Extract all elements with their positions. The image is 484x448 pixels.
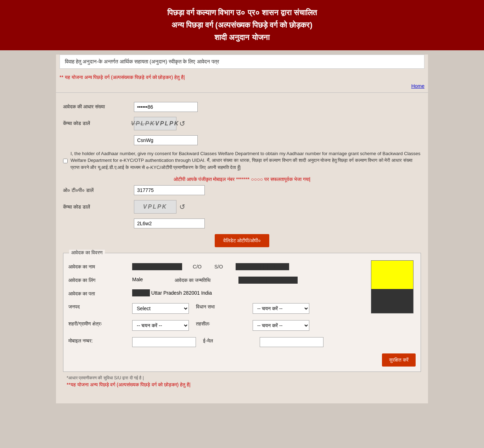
district-label: जनपद <box>68 303 132 310</box>
aadhar-input[interactable] <box>134 102 198 112</box>
so-label: S/O <box>214 264 223 270</box>
name-label: आवेदक का नाम <box>68 263 132 270</box>
otp-success-suffix: पर सफलतापूर्वक भेजा गया| <box>264 176 310 182</box>
captcha2-input-row <box>63 219 421 228</box>
address-value: █ Uttar Pradesh 282001 India <box>132 290 212 296</box>
otp-number-masked: ○○○○ <box>251 176 263 182</box>
tehsil-select[interactable]: -- चयन करें -- <box>253 320 309 331</box>
co-label: C/O <box>193 264 202 270</box>
address-partial: Uttar Pradesh 282001 India <box>151 290 212 296</box>
header-line3: शादी अनुदान योजना <box>7 31 477 44</box>
mobile-input[interactable] <box>132 337 196 347</box>
captcha1-container: VPLPK VPLPK ↺ <box>134 117 185 130</box>
name-row: आवेदक का नाम ██ n█████ C/O S/O ████████t… <box>68 263 416 270</box>
verify-otp-button[interactable]: वेलिडेट ओटीपी/ओपी० <box>215 234 270 247</box>
applicant-details-box: आवेदक का विवरण आवेदक का नाम ██ n█████ C/… <box>63 253 421 372</box>
save-button[interactable]: सुरक्षित करें <box>382 353 416 367</box>
mobile-email-row: मोबाइल नम्बर: ई-मेल <box>68 337 416 347</box>
mobile-label: मोबाइल नम्बर: <box>68 337 132 344</box>
footer-scheme-notice: **यह योजना अन्य पिछड़े वर्ग (अल्पसंख्यक … <box>67 382 417 388</box>
captcha2-label: केंप्चा कोड डालें <box>63 204 134 210</box>
dob-value-redacted: ████████2 <box>238 277 298 284</box>
otp-label: ओ० टी०पी० डालें <box>63 187 134 193</box>
gender-label: आवेदक का लिंग <box>68 277 132 283</box>
aadhar-label: आवेदक की आधार संख्या <box>63 104 134 110</box>
captcha1-refresh-icon[interactable]: ↺ <box>179 119 185 128</box>
photo-yellow-top <box>371 261 413 289</box>
consent-text: I, the holder of Aadhaar number, give my… <box>71 150 421 171</box>
captcha1-input[interactable] <box>134 135 198 145</box>
captcha1-label: केंप्चा कोड डालें <box>63 120 134 126</box>
otp-row: ओ० टी०पी० डालें <box>63 185 421 195</box>
captcha1-text: VPLPK <box>131 120 155 127</box>
vidhan-sabha-label: विधान सभा <box>189 303 253 310</box>
tehsil-label: तहसीलः <box>189 320 253 327</box>
captcha2-refresh-icon[interactable]: ↺ <box>179 203 185 211</box>
save-btn-row: सुरक्षित करें <box>68 353 416 367</box>
form-area: आवेदक की आधार संख्या केंप्चा कोड डालें V… <box>56 98 428 393</box>
captcha2-input[interactable] <box>134 219 205 228</box>
otp-input[interactable] <box>134 185 205 195</box>
urban-rural-select[interactable]: -- चयन करें -- <box>132 320 189 331</box>
dob-label: आवेदक का जन्मतिथि <box>175 277 238 283</box>
address-row: आवेदक का पता █ Uttar Pradesh 282001 Indi… <box>68 290 416 297</box>
consent-row: I, the holder of Aadhaar number, give my… <box>63 150 421 171</box>
captcha1-input-row <box>63 135 421 145</box>
captcha2-row: केंप्चा कोड डालें VPLPK ↺ <box>63 200 421 214</box>
applicant-photo <box>371 260 413 313</box>
so-value-redacted: ████████th <box>236 263 289 270</box>
home-link[interactable]: Home <box>411 83 424 89</box>
district-select[interactable]: Select <box>132 303 189 314</box>
otp-success-text: ओटीपी आपके पंजीकृत मोबाइल नंबर ******* <box>174 176 250 182</box>
urban-tehsil-row: शहरी/ग्रामीण क्षेत्रः -- चयन करें -- तहस… <box>68 320 416 331</box>
urban-rural-label: शहरी/ग्रामीण क्षेत्रः <box>68 320 132 327</box>
vidhan-sabha-select[interactable]: -- चयन करें -- <box>253 303 309 314</box>
captcha1-row: केंप्चा कोड डालें VPLPK VPLPK ↺ <box>63 117 421 130</box>
home-link-row: Home <box>56 82 428 90</box>
name-value-redacted: ██ n█████ <box>132 263 182 270</box>
email-input[interactable] <box>260 337 323 347</box>
captcha1-image: VPLPK VPLPK <box>134 117 176 130</box>
address-label: आवेदक का पता <box>68 290 132 297</box>
footer-note: *आधार प्रमाणीकरण की सुविधा S/U द्वारा दी… <box>67 375 417 380</box>
gender-dob-row: आवेदक का लिंग Male आवेदक का जन्मतिथि ███… <box>68 277 416 284</box>
header-line2: अन्य पिछड़ा वर्ग (अल्पसंख्यक पिछड़े वर्ग… <box>7 19 477 31</box>
captcha2-image: VPLPK <box>134 200 176 214</box>
email-label: ई-मेल <box>196 337 260 344</box>
header-banner: पिछड़ा वर्ग कल्याण विभाग उ० प्र० शासन द्… <box>0 0 484 50</box>
captcha2-container: VPLPK ↺ <box>134 200 185 214</box>
otp-success-message: ओटीपी आपके पंजीकृत मोबाइल नंबर ******* ○… <box>63 176 421 182</box>
aadhar-row: आवेदक की आधार संख्या <box>63 102 421 112</box>
gender-value: Male <box>132 277 175 282</box>
section-title: आवेदक का विवरण <box>69 250 105 256</box>
page-title: विवाह हेतु अनुदान-के अन्तर्गत आर्थिक सहा… <box>60 55 424 69</box>
header-line1: पिछड़ा वर्ग कल्याण विभाग उ० प्र० शासन द्… <box>7 6 477 19</box>
district-vidhansabha-row: जनपद Select विधान सभा -- चयन करें -- <box>68 303 416 314</box>
photo-bottom <box>371 289 413 313</box>
scheme-notice-top: ** यह योजना अन्य पिछड़े वर्ग (अल्पसंख्यक… <box>60 73 424 82</box>
consent-checkbox[interactable] <box>63 151 68 171</box>
